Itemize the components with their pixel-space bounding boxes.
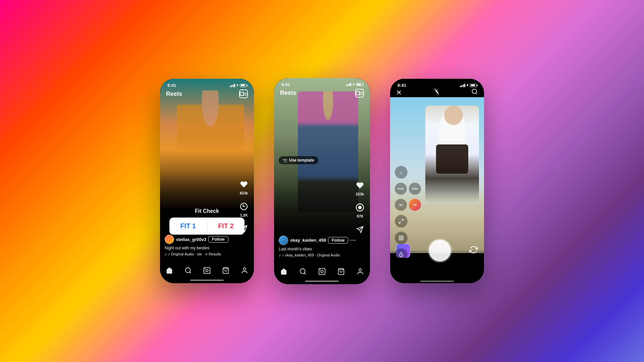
- phone3-time: 9:41: [397, 83, 406, 88]
- phone-2-screen: 9:41 ▾ Reels: [274, 78, 370, 284]
- svg-point-11: [361, 93, 362, 94]
- phone1-shop-nav[interactable]: [220, 264, 232, 277]
- phone2-status-bar: 9:41 ▾: [274, 78, 370, 87]
- phone2-wifi-icon: ▾: [353, 82, 355, 87]
- phone3-flash-button[interactable]: [434, 88, 440, 97]
- svg-rect-26: [399, 236, 401, 238]
- phone3-signal: [460, 84, 466, 87]
- phone3-speed-row1: 0.3x 0.5x: [395, 183, 421, 195]
- phone3-speed-05[interactable]: 0.5x: [409, 183, 421, 195]
- phone2-comment-button[interactable]: 978: [354, 201, 366, 218]
- phone1-home-nav[interactable]: [163, 264, 175, 277]
- phone3-close-button[interactable]: ✕: [396, 88, 402, 97]
- phone-3-screen: 9:41 ▾ ✕: [390, 79, 484, 283]
- phone1-username: stellas_gr00v3: [176, 237, 206, 242]
- phone2-music-icon: ♪: [279, 253, 281, 257]
- phone3-speed-03[interactable]: 0.3x: [395, 183, 407, 195]
- phone-2: 9:41 ▾ Reels: [274, 78, 370, 284]
- music-note-icon: ♪: [165, 252, 167, 256]
- fit-buttons-container: FIT 1 FIT 2: [169, 218, 245, 235]
- phone2-username: okay_kaiden_459: [290, 238, 326, 243]
- svg-point-17: [321, 270, 323, 273]
- phone1-camera-button[interactable]: [239, 89, 248, 98]
- phone2-header: Reels: [274, 89, 370, 98]
- phone3-flip-button[interactable]: [469, 245, 478, 256]
- phone2-time: 9:41: [281, 82, 290, 87]
- fit-check-title: Fit Check: [166, 208, 248, 214]
- phone2-like-button[interactable]: 223k: [354, 179, 366, 196]
- phone1-results-label: Results: [209, 252, 221, 256]
- svg-line-24: [401, 219, 403, 221]
- phone3-home-indicator: [420, 281, 454, 282]
- svg-rect-28: [399, 238, 401, 240]
- results-icon: ≡: [205, 252, 207, 256]
- phone1-title: Reels: [166, 90, 182, 98]
- phone3-speed-1[interactable]: 1x: [395, 199, 407, 211]
- phone1-follow-button[interactable]: Follow: [208, 236, 228, 243]
- phone2-comment-count: 978: [357, 214, 363, 218]
- svg-point-22: [472, 89, 477, 94]
- phone3-search-button[interactable]: [471, 88, 478, 97]
- svg-line-15: [304, 273, 306, 274]
- phone2-shop-nav[interactable]: [335, 265, 347, 278]
- phones-container: 9:41 ▾ Reels: [160, 78, 484, 284]
- svg-point-14: [300, 268, 305, 274]
- phone2-share-button[interactable]: [354, 224, 366, 236]
- phone1-audio-row: ♪ ♪ Original Audio · ste ≡ Results: [165, 252, 249, 256]
- phone2-more-button[interactable]: ···: [350, 237, 357, 243]
- heart-icon: [238, 178, 250, 190]
- phone2-profile-nav[interactable]: [354, 265, 366, 278]
- phone-1-screen: 9:41 ▾ Reels: [160, 79, 254, 283]
- phone2-avatar: [279, 236, 288, 245]
- svg-line-23: [476, 93, 477, 94]
- svg-line-4: [190, 272, 191, 273]
- phone1-search-nav[interactable]: [182, 264, 194, 277]
- phone2-status-icons: ▾: [346, 82, 363, 87]
- phone2-audio-row: ♪ ♪ okay_kaiden_459 · Original Audio: [279, 253, 365, 257]
- phone1-status-bar: 9:41 ▾: [160, 79, 254, 88]
- svg-point-18: [320, 269, 321, 270]
- phone3-music-tool[interactable]: ♪: [395, 166, 408, 179]
- phone2-title: Reels: [280, 89, 296, 97]
- phone2-audio-text: ♪ okay_kaiden_459 · Original Audio: [282, 253, 340, 257]
- phone1-profile-nav[interactable]: [238, 264, 251, 277]
- phone2-follow-button[interactable]: Follow: [328, 237, 348, 244]
- phone3-wifi-icon: ▾: [467, 83, 469, 87]
- phone1-caption: Night out with my besties: [165, 246, 249, 250]
- phone3-controls: ✕: [390, 88, 484, 97]
- use-template-badge[interactable]: 📷 Use template: [279, 156, 318, 164]
- phone2-reels-nav[interactable]: [316, 265, 328, 278]
- phone1-audio-text: ♪ Original Audio · ste: [168, 252, 202, 256]
- phone2-camera-button[interactable]: [355, 89, 364, 98]
- phone2-heart-icon: [354, 179, 366, 191]
- phone1-home-indicator: [190, 280, 224, 281]
- phone1-reels-nav[interactable]: [201, 264, 213, 277]
- phone2-caption: Last month's vibes: [279, 247, 365, 251]
- svg-point-9: [243, 268, 246, 270]
- fit2-button[interactable]: FIT 2: [207, 218, 245, 235]
- phone1-wifi-icon: ▾: [236, 83, 238, 87]
- phone1-user-row: stellas_gr00v3 Follow: [165, 235, 249, 244]
- phone3-layout-tool[interactable]: [395, 232, 408, 244]
- phone3-speed-2[interactable]: 2x: [409, 199, 421, 211]
- svg-point-13: [359, 206, 362, 209]
- phone3-expand-tool[interactable]: [395, 215, 408, 228]
- phone2-user-info: okay_kaiden_459 Follow ··· Last month's …: [274, 236, 370, 257]
- phone2-share-icon: [354, 224, 366, 236]
- phone1-avatar: [165, 235, 174, 244]
- template-camera-icon: 📷: [283, 158, 287, 163]
- fit1-button[interactable]: FIT 1: [169, 218, 207, 235]
- phone1-like-button[interactable]: 823k: [238, 178, 250, 195]
- phone1-header: Reels: [160, 89, 254, 98]
- phone1-signal: [230, 84, 235, 87]
- phone3-shutter-button[interactable]: [429, 240, 451, 261]
- phone3-battery: [470, 84, 477, 87]
- phone2-search-nav[interactable]: [297, 265, 309, 278]
- phone3-timer-tool[interactable]: [395, 248, 408, 261]
- phone3-tools-panel: ♪ 0.3x 0.5x 1x 2x: [395, 166, 421, 261]
- phone2-home-nav[interactable]: [278, 265, 290, 278]
- phone2-home-indicator: [305, 281, 339, 282]
- use-template-label: Use template: [289, 158, 314, 163]
- phone1-user-info: stellas_gr00v3 Follow Night out with my …: [160, 235, 254, 256]
- phone3-status-bar: 9:41 ▾: [390, 79, 484, 88]
